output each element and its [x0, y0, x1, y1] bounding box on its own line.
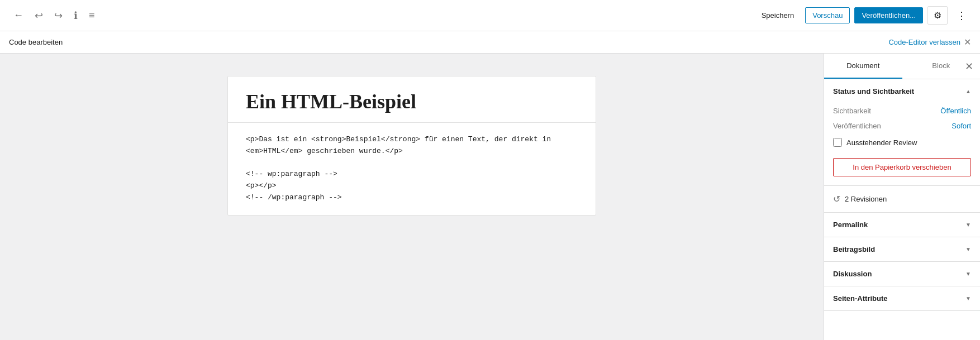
section-diskussion: Diskussion ▼ — [824, 262, 980, 286]
sidebar-tabs: Dokument Block ✕ — [824, 54, 980, 79]
sidebar-close-button[interactable]: ✕ — [963, 58, 976, 75]
vorschau-button[interactable]: Vorschau — [805, 7, 850, 23]
undo-button[interactable]: ↩ — [30, 5, 47, 26]
sichtbarkeit-label: Sichtbarkeit — [833, 107, 871, 115]
redo-button[interactable]: ↪ — [50, 5, 67, 26]
post-title[interactable]: Ein HTML-Beispiel — [246, 90, 578, 113]
sidebar-panel: Status und Sichtbarkeit ▲ Sichtbarkeit Ö… — [824, 79, 980, 311]
section-status-content: Sichtbarkeit Öffentlich Veröffentlichen … — [824, 103, 980, 185]
settings-button[interactable]: ⚙ — [927, 6, 948, 25]
section-status-sichtbarkeit: Status und Sichtbarkeit ▲ Sichtbarkeit Ö… — [824, 79, 980, 186]
ausstehender-review-row: Ausstehender Review — [833, 133, 971, 151]
more-tools-button[interactable]: ≡ — [84, 5, 99, 26]
close-icon: ✕ — [964, 37, 971, 47]
page-title: Code bearbeiten — [9, 38, 63, 46]
veroeffentlichen-row: Veröffentlichen Sofort — [833, 118, 971, 133]
more-options-button[interactable]: ⋮ — [952, 6, 971, 25]
ausstehender-review-label: Ausstehender Review — [846, 138, 917, 147]
info-button[interactable]: ℹ — [69, 5, 82, 26]
veroeffentlichen-button[interactable]: Veröffentlichen... — [854, 7, 923, 23]
section-status-label: Status und Sichtbarkeit — [833, 87, 914, 95]
chevron-down-icon-4: ▼ — [965, 295, 971, 301]
toolbar-left: ← ↩ ↪ ℹ ≡ — [9, 5, 99, 26]
revisionen-icon: ↺ — [833, 194, 840, 204]
editor-area: Ein HTML-Beispiel <p>Das ist ein <strong… — [0, 54, 824, 340]
seiten-attribute-label: Seiten-Attribute — [833, 294, 888, 303]
revisionen-label: 2 Revisionen — [845, 195, 887, 203]
code-editor-leave-label: Code-Editor verlassen — [888, 38, 960, 46]
section-seiten-attribute: Seiten-Attribute ▼ — [824, 286, 980, 311]
ausstehender-review-checkbox[interactable] — [833, 138, 842, 147]
revisionen-row[interactable]: ↺ 2 Revisionen — [824, 186, 980, 213]
sidebar: Dokument Block ✕ Status und Sichtbarkeit… — [824, 54, 980, 340]
toolbar: ← ↩ ↪ ℹ ≡ Speichern Vorschau Veröffentli… — [0, 0, 980, 31]
back-button[interactable]: ← — [9, 5, 28, 26]
permalink-label: Permalink — [833, 221, 868, 229]
section-seiten-attribute-header[interactable]: Seiten-Attribute ▼ — [824, 286, 980, 310]
section-beitragsbild: Beitragsbild ▼ — [824, 237, 980, 262]
diskussion-label: Diskussion — [833, 270, 872, 278]
section-permalink-header[interactable]: Permalink ▼ — [824, 213, 980, 237]
main-layout: Ein HTML-Beispiel <p>Das ist ein <strong… — [0, 54, 980, 340]
section-beitragsbild-header[interactable]: Beitragsbild ▼ — [824, 237, 980, 261]
chevron-up-icon: ▲ — [965, 88, 971, 94]
chevron-down-icon-3: ▼ — [965, 271, 971, 277]
editor-block: Ein HTML-Beispiel <p>Das ist ein <strong… — [227, 76, 596, 216]
toolbar-right: Speichern Vorschau Veröffentlichen... ⚙ … — [755, 6, 971, 25]
page-title-bar: Code bearbeiten Code-Editor verlassen ✕ — [0, 31, 980, 54]
tab-dokument[interactable]: Dokument — [824, 54, 902, 79]
section-diskussion-header[interactable]: Diskussion ▼ — [824, 262, 980, 286]
section-status-sichtbarkeit-header[interactable]: Status und Sichtbarkeit ▲ — [824, 79, 980, 103]
code-editor-content[interactable]: <p>Das ist ein <strong>Beispiel</strong>… — [228, 123, 596, 215]
sichtbarkeit-row: Sichtbarkeit Öffentlich — [833, 103, 971, 118]
veroeffentlichen-label: Veröffentlichen — [833, 122, 881, 130]
trash-button[interactable]: In den Papierkorb verschieben — [833, 158, 971, 176]
code-editor-leave-link[interactable]: Code-Editor verlassen ✕ — [888, 37, 971, 47]
chevron-down-icon: ▼ — [965, 222, 971, 228]
block-title-section: Ein HTML-Beispiel — [228, 76, 596, 123]
chevron-down-icon-2: ▼ — [965, 246, 971, 252]
veroeffentlichen-value[interactable]: Sofort — [952, 122, 971, 130]
sichtbarkeit-value[interactable]: Öffentlich — [940, 107, 971, 115]
beitragsbild-label: Beitragsbild — [833, 245, 875, 253]
section-permalink: Permalink ▼ — [824, 213, 980, 237]
speichern-button[interactable]: Speichern — [755, 8, 801, 23]
